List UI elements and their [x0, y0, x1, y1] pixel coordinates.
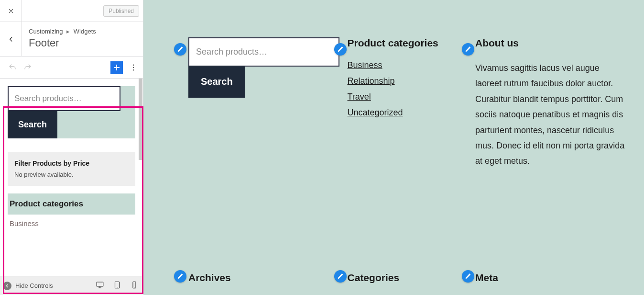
tablet-icon — [113, 281, 121, 289]
product-categories-links: Business Relationship Travel Uncategoriz… — [348, 60, 475, 118]
mobile-icon — [130, 281, 139, 289]
redo-icon — [23, 63, 32, 72]
customizer-panel: Published Customizing ▸ Widgets Footer — [0, 0, 143, 295]
hide-controls-label: Hide Controls — [15, 282, 53, 289]
category-link-travel[interactable]: Travel — [348, 92, 475, 102]
product-categories-heading[interactable]: Product categories — [8, 193, 135, 215]
plus-icon — [112, 63, 121, 72]
filter-products-block[interactable]: Filter Products by Price No preview avai… — [8, 152, 135, 186]
footer-col-product-categories: Product categories Business Relationship… — [348, 37, 475, 169]
edit-shortcut-search[interactable] — [174, 43, 186, 56]
publish-button[interactable]: Published — [103, 5, 139, 17]
mobile-preview-button[interactable] — [130, 281, 139, 291]
product-category-item[interactable]: Business — [8, 215, 135, 229]
svg-rect-3 — [97, 282, 103, 286]
preview-search-input[interactable]: Search products… — [188, 37, 339, 67]
about-us-body: Vivamus sagittis lacus vel augue laoreet… — [475, 60, 627, 169]
footer-col-archives: Archives — [172, 270, 348, 295]
pencil-icon — [337, 273, 344, 280]
preview-search-widget: Search products… Search — [188, 37, 348, 98]
search-button[interactable]: Search — [8, 111, 57, 138]
svg-point-1 — [133, 67, 134, 68]
filter-products-subtitle: No preview available. — [14, 171, 129, 178]
breadcrumb-child: Widgets — [74, 28, 96, 35]
svg-point-0 — [133, 64, 134, 65]
site-preview: Search products… Search Product categori… — [143, 0, 644, 295]
footer-col-about-us: About us Vivamus sagittis lacus vel augu… — [475, 37, 627, 169]
about-us-heading: About us — [475, 37, 627, 49]
chevron-left-icon — [8, 36, 14, 43]
desktop-icon — [96, 281, 104, 289]
footer-col-categories: Categories — [348, 270, 475, 295]
widget-content: Search products… Search Filter Products … — [0, 86, 143, 229]
customizer-breadcrumb: Customizing ▸ Widgets Footer — [0, 22, 143, 57]
pencil-icon — [465, 46, 471, 53]
widget-list[interactable]: Search products… Search Filter Products … — [0, 79, 143, 295]
undo-redo-group — [4, 61, 34, 74]
edit-shortcut-about-us[interactable] — [462, 43, 474, 56]
category-link-relationship[interactable]: Relationship — [348, 76, 475, 86]
breadcrumb-parent: Customizing — [29, 28, 63, 35]
product-categories-heading: Product categories — [348, 37, 475, 49]
collapse-icon — [3, 282, 11, 290]
footer-col-search: Search products… Search — [172, 37, 348, 169]
close-icon — [8, 8, 14, 14]
footer-widgets-row-2: Archives Categories Meta — [172, 270, 627, 295]
pencil-icon — [465, 273, 471, 280]
categories-heading: Categories — [348, 272, 475, 284]
filter-products-title: Filter Products by Price — [14, 159, 129, 167]
more-options-button[interactable] — [128, 62, 139, 73]
scrollbar[interactable] — [139, 79, 142, 295]
svg-point-7 — [134, 287, 134, 287]
meta-heading: Meta — [475, 272, 627, 284]
svg-point-5 — [117, 287, 117, 287]
archives-heading: Archives — [188, 272, 348, 284]
redo-button[interactable] — [21, 61, 34, 74]
add-block-button[interactable] — [110, 61, 123, 74]
more-vertical-icon — [129, 63, 138, 72]
svg-point-2 — [133, 69, 134, 70]
device-preview-toggle — [96, 281, 139, 291]
search-input[interactable]: Search products… — [8, 86, 120, 111]
footer-col-meta: Meta — [475, 270, 627, 295]
hide-controls-button[interactable]: Hide Controls — [3, 282, 53, 290]
breadcrumb-trail: Customizing ▸ Widgets — [29, 28, 136, 35]
customizer-topbar: Published — [0, 0, 143, 22]
customizer-footer: Hide Controls — [0, 276, 143, 295]
tablet-preview-button[interactable] — [113, 281, 121, 291]
breadcrumb-separator-icon: ▸ — [66, 28, 70, 35]
edit-shortcut-archives[interactable] — [174, 270, 186, 283]
undo-icon — [8, 63, 17, 72]
search-widget: Search products… Search — [8, 86, 135, 138]
edit-shortcut-categories[interactable] — [334, 270, 347, 283]
section-title: Footer — [29, 37, 136, 49]
edit-shortcut-product-categories[interactable] — [334, 43, 347, 56]
edit-shortcut-meta[interactable] — [462, 270, 474, 283]
toolbar-right — [110, 61, 139, 74]
search-widget-block[interactable]: Search products… Search — [8, 86, 135, 138]
category-link-business[interactable]: Business — [348, 60, 475, 70]
block-toolbar — [0, 57, 143, 79]
desktop-preview-button[interactable] — [96, 281, 104, 291]
pencil-icon — [177, 273, 184, 280]
pencil-icon — [177, 46, 184, 53]
breadcrumb-texts: Customizing ▸ Widgets Footer — [22, 22, 143, 56]
category-link-uncategorized[interactable]: Uncategorized — [348, 108, 475, 118]
pencil-icon — [337, 46, 344, 53]
preview-search-button[interactable]: Search — [188, 66, 245, 98]
scroll-thumb[interactable] — [139, 79, 142, 160]
footer-widgets-row: Search products… Search Product categori… — [143, 0, 644, 169]
close-customizer-button[interactable] — [0, 0, 22, 22]
undo-button[interactable] — [6, 61, 19, 74]
back-button[interactable] — [0, 22, 22, 56]
